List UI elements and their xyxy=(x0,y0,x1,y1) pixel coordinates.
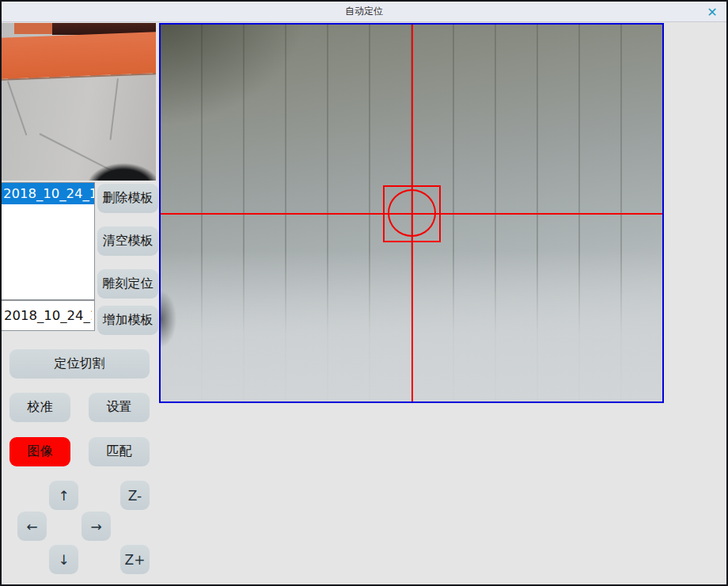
close-icon[interactable]: ✕ xyxy=(704,4,720,20)
delete-template-button[interactable]: 删除模板 xyxy=(97,184,158,213)
thumbnail-dark-object xyxy=(2,23,156,181)
auto-position-window: 自动定位 ✕ 2018_10_24_11 删除模板 清空模板 雕刻定位 增加模板… xyxy=(0,0,728,586)
jog-up-button[interactable]: ↑ xyxy=(49,481,78,510)
settings-button[interactable]: 设置 xyxy=(89,393,150,422)
window-title: 自动定位 xyxy=(345,5,383,18)
clear-templates-button[interactable]: 清空模板 xyxy=(97,226,158,256)
position-cut-button[interactable]: 定位切割 xyxy=(9,349,150,379)
match-button[interactable]: 匹配 xyxy=(89,437,150,466)
add-template-button[interactable]: 增加模板 xyxy=(97,306,158,335)
template-name-input[interactable] xyxy=(1,300,95,331)
camera-view xyxy=(159,23,664,403)
jog-left-button[interactable]: ← xyxy=(17,512,47,541)
template-thumbnail xyxy=(2,23,156,181)
target-circle xyxy=(388,189,436,237)
jog-z-plus-button[interactable]: Z+ xyxy=(120,545,150,574)
jog-down-button[interactable]: ↓ xyxy=(49,545,78,574)
image-button[interactable]: 图像 xyxy=(9,437,70,466)
jog-z-minus-button[interactable]: Z- xyxy=(120,481,150,510)
template-list[interactable]: 2018_10_24_11 xyxy=(1,182,95,300)
list-item[interactable]: 2018_10_24_11 xyxy=(2,183,94,204)
jog-right-button[interactable]: → xyxy=(82,512,111,541)
titlebar: 自动定位 ✕ xyxy=(2,2,726,22)
engrave-position-button[interactable]: 雕刻定位 xyxy=(97,269,158,299)
calibrate-button[interactable]: 校准 xyxy=(9,393,70,422)
